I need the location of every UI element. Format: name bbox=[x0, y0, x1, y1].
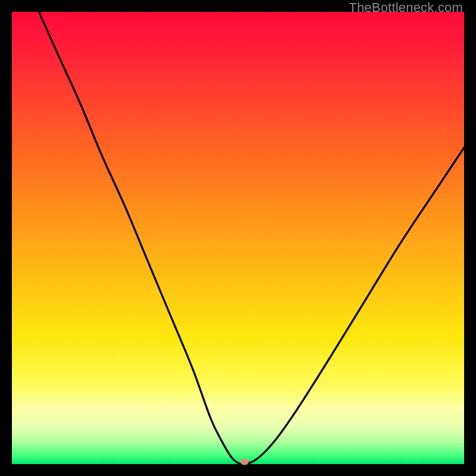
curve-svg bbox=[12, 12, 464, 464]
optimal-point-marker bbox=[240, 459, 249, 465]
plot-area bbox=[12, 12, 464, 464]
chart-frame: TheBottleneck.com bbox=[0, 0, 476, 476]
bottleneck-curve bbox=[39, 12, 464, 464]
